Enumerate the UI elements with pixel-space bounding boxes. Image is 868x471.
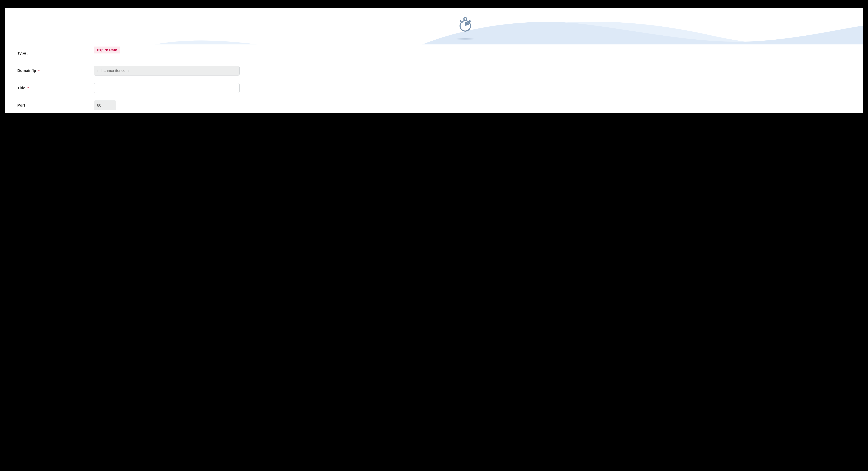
label-port: Port: [18, 103, 94, 107]
monitor-form: Type : Expire Date Domain/Ip * Title *: [5, 44, 863, 111]
field-domain: [94, 66, 240, 75]
stopwatch-icon: [457, 16, 474, 34]
label-title: Title *: [18, 86, 94, 90]
label-title-text: Title: [18, 86, 25, 90]
domain-input[interactable]: [94, 66, 240, 75]
field-port: [94, 100, 240, 110]
field-title: [94, 83, 240, 93]
required-marker: *: [38, 69, 39, 72]
type-badge: Expire Date: [94, 46, 120, 54]
field-type: Expire Date: [94, 46, 240, 54]
label-domain-text: Domain/Ip: [18, 68, 36, 73]
form-panel: Type : Expire Date Domain/Ip * Title *: [5, 8, 863, 113]
row-port: Port: [18, 100, 852, 111]
outer-frame: Type : Expire Date Domain/Ip * Title *: [0, 0, 868, 471]
row-domain: Domain/Ip *: [18, 65, 852, 76]
hero-illustration: [5, 8, 863, 44]
port-input[interactable]: [94, 100, 116, 110]
stopwatch-shadow: [456, 38, 475, 40]
row-type: Type : Expire Date: [18, 48, 852, 59]
required-marker: *: [27, 86, 29, 90]
label-domain: Domain/Ip *: [18, 68, 94, 73]
row-title: Title *: [18, 83, 852, 93]
watercolor-wash: [5, 8, 863, 44]
label-type: Type :: [18, 51, 94, 56]
title-input[interactable]: [94, 83, 240, 93]
